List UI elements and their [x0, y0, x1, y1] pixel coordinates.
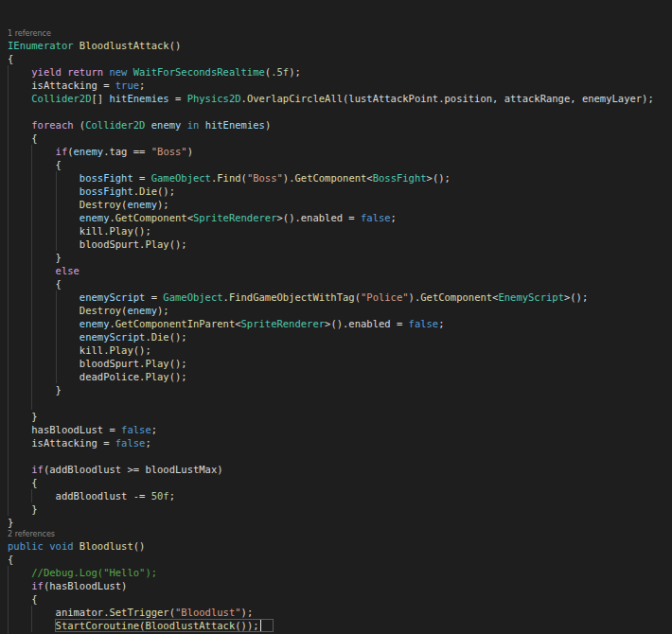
code-line[interactable]: bloodSpurt.Play(); [8, 357, 672, 370]
indent-guide [8, 304, 31, 317]
code-line[interactable]: if(enemy.tag == "Boss") [8, 145, 672, 158]
code-token: hasBloodLust = [31, 424, 121, 435]
code-line[interactable]: yield return new WaitForSecondsRealtime(… [8, 65, 672, 79]
code-line[interactable]: Collider2D[] hitEnemies = Physics2D.Over… [8, 92, 672, 105]
code-token: WaitForSecondsRealtime [133, 66, 265, 78]
code-line[interactable]: hasBloodLust = false; [8, 423, 672, 436]
code-token: ()); [235, 620, 258, 631]
code-line[interactable]: } [8, 410, 672, 423]
code-token: Destroy [80, 305, 121, 316]
code-token: hitEnemies [205, 119, 265, 131]
code-line[interactable]: } [8, 502, 672, 516]
code-line[interactable]: enemyScript = GameObject.FindGameObjectW… [8, 291, 672, 304]
indent-guide [8, 579, 31, 592]
code-line[interactable]: deadPolice.Play(); [8, 370, 672, 383]
indent-guide [56, 224, 80, 238]
code-token: Collider2D [85, 119, 145, 131]
code-token: >().enabled = [325, 318, 409, 329]
code-line[interactable]: { [8, 277, 672, 291]
code-token: (); [169, 358, 187, 369]
code-token: "Police" [361, 291, 409, 303]
code-token: enemyScript [80, 291, 146, 303]
code-token: = [169, 93, 187, 104]
code-editor[interactable]: 1 referenceIEnumerator BloodlustAttack()… [0, 0, 672, 634]
code-line[interactable]: if(hasBloodLust) [8, 579, 672, 592]
indent-guide [31, 606, 55, 619]
code-token: () [133, 540, 146, 552]
code-line[interactable]: } [8, 383, 672, 396]
indent-guide [8, 79, 31, 92]
indent-guide [8, 330, 31, 343]
code-line[interactable]: } [8, 251, 672, 264]
code-line[interactable]: enemyScript.Die(); [8, 330, 672, 343]
code-line[interactable]: enemy.GetComponent<SpriteRenderer>().ena… [8, 211, 672, 224]
code-token: (); [169, 331, 187, 343]
code-line[interactable]: { [8, 553, 672, 566]
code-line[interactable]: bossFight = GameObject.Find("Boss").GetC… [8, 171, 672, 185]
code-line[interactable]: isAttacking = false; [8, 436, 672, 449]
indent-guide [8, 436, 31, 449]
indent-guide [8, 198, 31, 211]
indent-guide [31, 171, 55, 185]
code-line[interactable]: { [8, 592, 672, 606]
indent-guide [8, 566, 31, 579]
indent-guide [8, 317, 31, 330]
code-line[interactable]: StartCoroutine(BloodlustAttack()); [8, 619, 672, 632]
code-token: "Boss" [247, 172, 283, 184]
code-token: foreach [31, 119, 80, 131]
indent-guide [31, 277, 55, 291]
code-token: animator. [56, 607, 110, 618]
code-line[interactable]: animator.SetTrigger("Bloodlust"); [8, 606, 672, 619]
code-line[interactable]: { [8, 52, 672, 65]
code-token: if [31, 580, 44, 591]
indent-guide [56, 211, 80, 224]
code-line[interactable]: public void Bloodlust() [8, 539, 672, 553]
indent-guide [8, 211, 31, 224]
code-line[interactable]: { [8, 476, 672, 489]
code-token: ); [289, 66, 301, 78]
code-token: ) [187, 146, 193, 157]
indent-guide [8, 158, 31, 171]
code-line[interactable]: isAttacking = true; [8, 79, 672, 92]
code-token: FindGameObjectWithTag [229, 291, 355, 303]
codelens-references-link[interactable]: 1 reference [8, 29, 51, 38]
code-token: { [56, 278, 62, 290]
indent-guide [8, 449, 31, 463]
code-line[interactable]: foreach (Collider2D enemy in hitEnemies) [8, 118, 672, 132]
code-token: = [133, 172, 151, 184]
code-line[interactable]: Destroy(enemy); [8, 304, 672, 317]
code-token: >(); [564, 291, 588, 303]
indent-guide [56, 198, 80, 211]
code-line[interactable]: enemy.GetComponentInParent<SpriteRendere… [8, 317, 672, 330]
code-token: deadPolice. [80, 371, 146, 382]
code-line[interactable]: addBloodlust -= 50f; [8, 489, 672, 502]
code-line[interactable]: kill.Play(); [8, 224, 672, 238]
indent-guide [56, 330, 80, 343]
code-line[interactable]: kill.Play(); [8, 343, 672, 357]
code-line[interactable]: if(addBloodlust >= bloodLustMax) [8, 463, 672, 476]
code-line[interactable] [8, 396, 672, 410]
code-line[interactable] [8, 105, 672, 118]
code-line[interactable]: //Debug.Log("Hello"); [8, 566, 672, 579]
indent-guide [31, 264, 55, 277]
code-token: GameObject [163, 291, 222, 303]
code-line[interactable]: bossFight.Die(); [8, 185, 672, 198]
code-line[interactable]: bloodSpurt.Play(); [8, 238, 672, 251]
indent-guide [8, 118, 31, 132]
indent-guide [8, 502, 31, 516]
code-line[interactable]: IEnumerator BloodlustAttack() [8, 39, 672, 52]
indent-guide [31, 238, 55, 251]
code-line[interactable]: } [8, 516, 672, 529]
code-token: >(); [427, 172, 451, 184]
code-line[interactable]: { [8, 158, 672, 171]
code-token: public void [8, 540, 80, 552]
code-token: ); [157, 305, 169, 316]
code-token: () [169, 40, 182, 51]
indent-guide [31, 619, 55, 632]
code-line[interactable]: { [8, 132, 672, 145]
codelens-references-link[interactable]: 2 references [8, 530, 55, 538]
code-line[interactable] [8, 449, 672, 463]
code-line[interactable]: Destroy(enemy); [8, 198, 672, 211]
indent-guide [31, 383, 55, 396]
code-line[interactable]: else [8, 264, 672, 277]
